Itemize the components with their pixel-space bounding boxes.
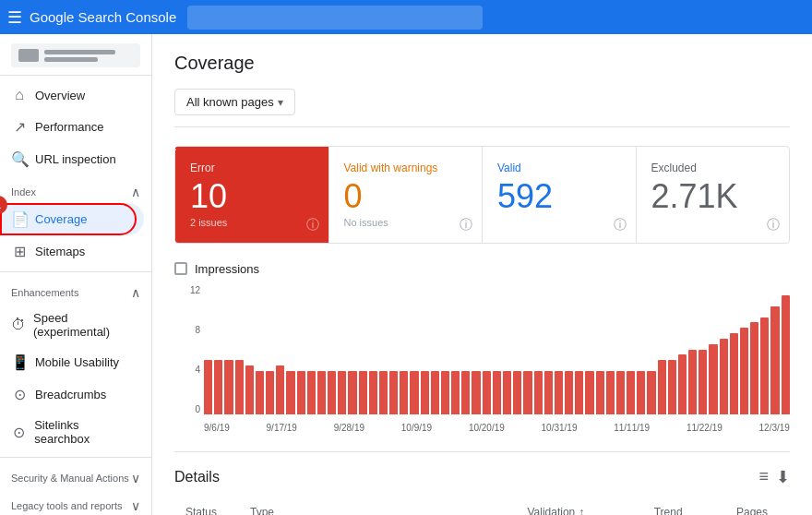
chart-bar (400, 371, 408, 414)
chart-bar (338, 371, 346, 414)
search-icon: 🔍 (11, 150, 28, 168)
chart-bar (297, 371, 305, 414)
chart-bar (782, 295, 790, 413)
filter-label: All known pages (186, 95, 274, 109)
details-section: Details ≡ ⬇ 3 Status (174, 451, 790, 515)
chart-bar (461, 371, 470, 414)
chart-bar (421, 371, 429, 414)
stat-sub-error: 2 issues (190, 217, 314, 228)
chart-bar (328, 371, 336, 414)
filter-button[interactable]: All known pages ▾ (174, 89, 295, 115)
chart-bar (637, 371, 645, 414)
chart-bar (286, 371, 294, 414)
mobile-icon: 📱 (11, 353, 28, 371)
chart-bar (389, 371, 398, 414)
chart-area (204, 285, 790, 414)
speed-icon: ⏱ (11, 317, 26, 333)
chevron-up-icon: ∧ (131, 285, 140, 300)
chart-bar (503, 371, 511, 414)
chart-bar (575, 371, 583, 414)
impressions-label: Impressions (195, 262, 259, 276)
sidebar: ⌂ Overview ↗ Performance 🔍 URL inspectio… (0, 34, 152, 515)
info-icon-valid[interactable]: ⓘ (614, 217, 627, 234)
chart-bar (359, 371, 367, 414)
chart-bar (699, 350, 707, 414)
sidebar-item-label: Coverage (35, 212, 87, 226)
menu-icon[interactable]: ☰ (7, 7, 22, 28)
col-header-trend: Trend (643, 498, 725, 515)
chart-bar (276, 365, 284, 414)
breadcrumbs-icon: ⊙ (11, 386, 28, 403)
sidebar-item-label: Breadcrumbs (35, 388, 106, 401)
filter-row: All known pages ▾ (174, 89, 790, 127)
x-label-6: 10/31/19 (542, 423, 578, 433)
chart-bar (750, 322, 758, 413)
x-label-9: 12/3/19 (759, 423, 790, 433)
sidebar-item-performance[interactable]: ↗ Performance (0, 111, 144, 143)
coverage-icon: 📄 (11, 210, 28, 228)
performance-icon: ↗ (11, 118, 28, 136)
sidebar-nav: ⌂ Overview ↗ Performance 🔍 URL inspectio… (0, 76, 151, 515)
col-header-validation[interactable]: Validation ↑ (516, 498, 642, 515)
chevron-down-icon: ∨ (131, 471, 140, 485)
sidebar-item-coverage[interactable]: 📄 Coverage 1 (0, 203, 144, 235)
sidebar-item-label: Sitelinks searchbox (34, 418, 133, 446)
download-action-button[interactable]: ⬇ (776, 467, 790, 487)
stat-card-error[interactable]: Error 10 2 issues ⓘ (175, 147, 329, 243)
chart-bar (266, 371, 274, 414)
info-icon-error[interactable]: ⓘ (306, 217, 319, 234)
sidebar-item-label: Performance (35, 120, 103, 134)
sidebar-item-label: Overview (35, 89, 85, 102)
stat-value-excluded: 2.71K (651, 178, 775, 215)
topbar: ☰ Google Search Console (0, 0, 812, 34)
stat-card-valid[interactable]: Valid 592 ⓘ (483, 147, 637, 243)
sidebar-item-label: Sitemaps (35, 245, 85, 258)
sidebar-item-mobile-usability[interactable]: 📱 Mobile Usability (0, 346, 144, 378)
stat-sub-warnings: No issues (344, 217, 468, 228)
stat-value-warnings: 0 (344, 178, 468, 215)
impressions-row: Impressions (174, 262, 790, 276)
chart-bar (606, 371, 615, 414)
stat-value-error: 10 (190, 178, 314, 215)
details-header: Details ≡ ⬇ (174, 467, 790, 487)
stat-card-warnings[interactable]: Valid with warnings 0 No issues ⓘ (329, 147, 484, 243)
x-label-1: 9/6/19 (204, 423, 230, 433)
sidebar-item-label: Speed (experimental) (33, 311, 133, 339)
sidebar-item-label: Mobile Usability (35, 355, 119, 369)
chart-bar (688, 350, 697, 414)
filter-action-button[interactable]: ≡ (758, 467, 769, 487)
sidebar-item-sitemaps[interactable]: ⊞ Sitemaps (0, 235, 144, 268)
info-icon-excluded[interactable]: ⓘ (767, 217, 780, 234)
chart-bar (544, 371, 553, 414)
chart-bar (555, 371, 563, 414)
sidebar-item-url-inspection[interactable]: 🔍 URL inspection (0, 143, 144, 175)
enhancements-section-header[interactable]: Enhancements ∧ (0, 276, 151, 304)
chart-bar (204, 360, 212, 413)
chart-bar (513, 371, 521, 414)
chart-bar (348, 371, 356, 414)
details-table: Status Type Validation ↑ (174, 498, 790, 515)
chart-bar (224, 360, 233, 413)
security-section-header[interactable]: Security & Manual Actions ∨ (0, 461, 151, 489)
col-header-pages: Pages (725, 498, 790, 515)
y-label-8: 8 (195, 325, 200, 335)
stat-card-excluded[interactable]: Excluded 2.71K ⓘ (637, 147, 790, 243)
search-input[interactable] (187, 6, 483, 30)
stats-row: 2 Error 10 2 issues ⓘ Valid with warning… (174, 146, 790, 244)
x-label-4: 10/9/19 (401, 423, 432, 433)
sidebar-item-speed[interactable]: ⏱ Speed (experimental) (0, 304, 144, 346)
table-wrapper: 3 Status Type Validation (174, 498, 790, 515)
chart-bar (585, 371, 593, 414)
chart-bar (770, 306, 779, 414)
sidebar-divider-2 (0, 457, 151, 458)
impressions-checkbox[interactable] (174, 262, 187, 275)
stat-label-error: Error (190, 162, 314, 174)
chart-bar (523, 371, 531, 414)
property-selector[interactable] (0, 34, 151, 76)
sidebar-item-sitelinks[interactable]: ⊙ Sitelinks searchbox (0, 411, 144, 453)
sidebar-item-overview[interactable]: ⌂ Overview (0, 79, 144, 111)
info-icon-warnings[interactable]: ⓘ (460, 217, 472, 234)
index-section-header[interactable]: Index ∧ (0, 175, 151, 203)
sidebar-item-breadcrumbs[interactable]: ⊙ Breadcrumbs (0, 378, 144, 411)
legacy-section-header[interactable]: Legacy tools and reports ∨ (0, 489, 151, 515)
